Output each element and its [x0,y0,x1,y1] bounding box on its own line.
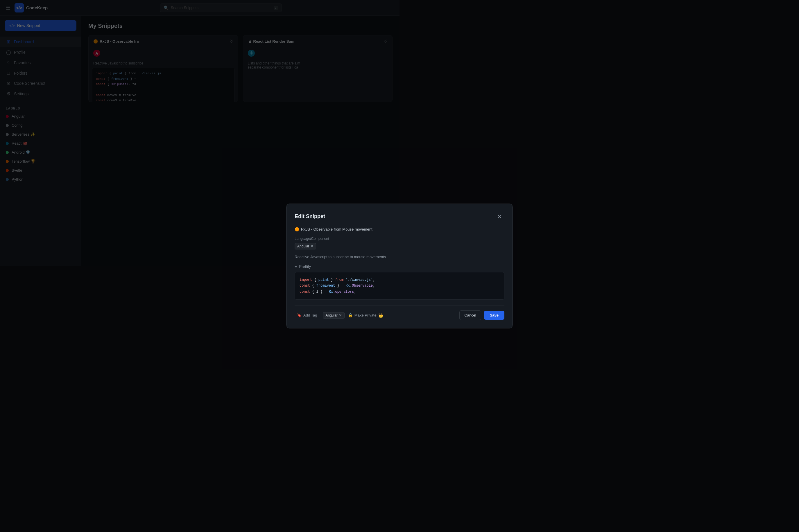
snippet-emoji: 🟠 [295,227,299,231]
tag-container: Angular ✕ [295,243,400,249]
language-tag: Angular ✕ [295,243,316,249]
modal-header: Edit Snippet ✕ [295,212,400,221]
snippet-name-display: 🟠 RxJS - Observable from Mouse movement [295,227,400,231]
prettify-label: Prettify [299,264,311,266]
edit-snippet-modal: Edit Snippet ✕ 🟠 RxJS - Observable from … [286,204,400,266]
snippet-name-text: RxJS - Observable from Mouse movement [301,227,372,231]
prettify-bar[interactable]: ≡ Prettify [295,264,400,266]
prettify-icon: ≡ [295,264,297,266]
snippet-description: Reactive Javascript to subscribe to mous… [295,254,400,260]
modal-overlay[interactable]: Edit Snippet ✕ 🟠 RxJS - Observable from … [0,0,400,266]
language-field-label: Language/Component [295,237,400,241]
modal-title: Edit Snippet [295,213,325,220]
tag-label: Angular [297,244,309,248]
tag-close-icon[interactable]: ✕ [310,244,314,248]
